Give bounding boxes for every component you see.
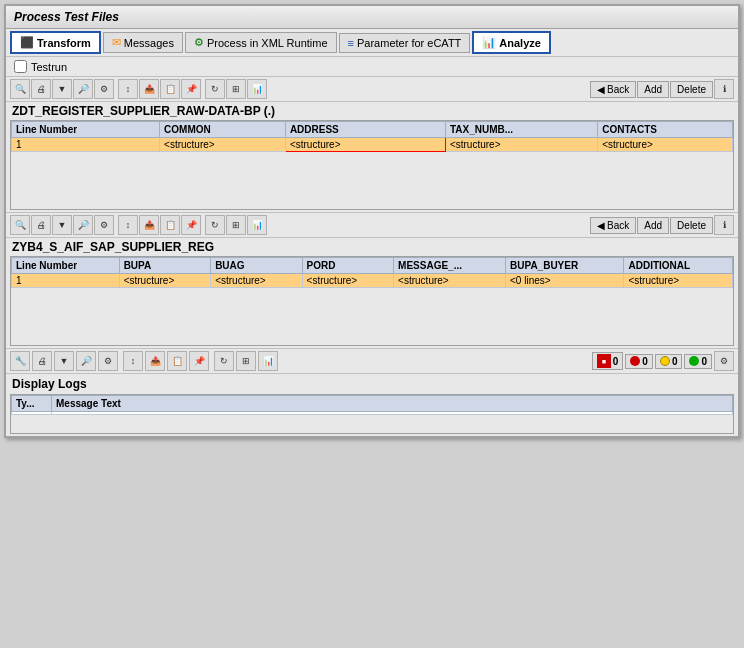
testrun-label: Testrun: [31, 61, 67, 73]
chart-icon-2[interactable]: 📊: [247, 215, 267, 235]
bottom-icon-9[interactable]: 📌: [189, 351, 209, 371]
red-badge: 0: [625, 354, 653, 369]
back-button-1[interactable]: ◀ Back: [590, 81, 636, 98]
search-icon[interactable]: 🔎: [73, 79, 93, 99]
log-table: Ty... Message Text: [11, 395, 733, 415]
bottom-toolbar: 🔧 🖨 ▼ 🔎 ⚙ ↕ 📤 📋 📌 ↻ ⊞ 📊 ■ 0 0 0 0 ⚙: [6, 348, 738, 374]
bottom-icon-6[interactable]: ↕: [123, 351, 143, 371]
cell-message: <structure>: [394, 274, 506, 288]
yellow-badge: 0: [655, 354, 683, 369]
info-icon-2[interactable]: ℹ: [714, 215, 734, 235]
yellow-count: 0: [672, 356, 678, 367]
paste-icon-2[interactable]: 📌: [181, 215, 201, 235]
col-contacts: CONTACTS: [598, 122, 733, 138]
testrun-checkbox[interactable]: [14, 60, 27, 73]
sort-icon[interactable]: ↕: [118, 79, 138, 99]
section2-toolbar: 🔍 🖨 ▼ 🔎 ⚙ ↕ 📤 📋 📌 ↻ ⊞ 📊 ◀ Back Add Delet…: [6, 212, 738, 238]
log-empty-row: [12, 412, 733, 415]
export-icon[interactable]: 📤: [139, 79, 159, 99]
filter-icon[interactable]: ▼: [52, 79, 72, 99]
col-buag: BUAG: [211, 258, 302, 274]
print-icon[interactable]: 🖨: [31, 79, 51, 99]
cell-address-1: <structure>: [285, 138, 445, 152]
parameter-icon: ≡: [348, 37, 354, 49]
zoom-icon[interactable]: 🔍: [10, 79, 30, 99]
section2-table-container: Line Number BUPA BUAG PORD MESSAGE_... B…: [10, 256, 734, 346]
log-message-cell: [52, 412, 733, 415]
tab-analyze-label: Analyze: [499, 37, 541, 49]
cell-bupa: <structure>: [119, 274, 210, 288]
col-pord: PORD: [302, 258, 393, 274]
section2-wrapper: Line Number BUPA BUAG PORD MESSAGE_... B…: [6, 256, 738, 348]
delete-button-2[interactable]: Delete: [670, 217, 713, 234]
sort-icon-2[interactable]: ↕: [118, 215, 138, 235]
tab-messages-label: Messages: [124, 37, 174, 49]
red-dot-icon: [630, 356, 640, 366]
delete-button-1[interactable]: Delete: [670, 81, 713, 98]
analyze-icon: 📊: [482, 36, 496, 49]
green-badge: 0: [684, 354, 712, 369]
window-title: Process Test Files: [6, 6, 738, 29]
paste-icon[interactable]: 📌: [181, 79, 201, 99]
bottom-icon-1[interactable]: 🔧: [10, 351, 30, 371]
copy-icon[interactable]: 📋: [160, 79, 180, 99]
tab-messages[interactable]: ✉ Messages: [103, 32, 183, 53]
gear-bottom-icon[interactable]: ⚙: [714, 351, 734, 371]
table-row[interactable]: 1 <structure> <structure> <structure> <s…: [12, 138, 733, 152]
col-common: COMMON: [160, 122, 286, 138]
bottom-icon-3[interactable]: ▼: [54, 351, 74, 371]
tab-analyze[interactable]: 📊 Analyze: [472, 31, 551, 54]
table-row[interactable]: 1 <structure> <structure> <structure> <s…: [12, 274, 733, 288]
refresh-icon[interactable]: ↻: [205, 79, 225, 99]
info-icon-1[interactable]: ℹ: [714, 79, 734, 99]
table-icon[interactable]: ⊞: [226, 79, 246, 99]
col-address: ADDRESS: [285, 122, 445, 138]
zoom-icon-2[interactable]: 🔍: [10, 215, 30, 235]
col-type: Ty...: [12, 396, 52, 412]
section1-table-container: Line Number COMMON ADDRESS TAX_NUMB... C…: [10, 120, 734, 210]
col-bupa: BUPA: [119, 258, 210, 274]
log-type-cell: [12, 412, 52, 415]
tab-process-xml[interactable]: ⚙ Process in XML Runtime: [185, 32, 337, 53]
add-button-1[interactable]: Add: [637, 81, 669, 98]
tab-toolbar: ⬛ Transform ✉ Messages ⚙ Process in XML …: [6, 29, 738, 57]
col-line-number-1: Line Number: [12, 122, 160, 138]
table-icon-2[interactable]: ⊞: [226, 215, 246, 235]
tab-parameter[interactable]: ≡ Parameter for eCATT: [339, 33, 471, 53]
back-button-2[interactable]: ◀ Back: [590, 217, 636, 234]
settings-icon[interactable]: ⚙: [94, 79, 114, 99]
bottom-icon-5[interactable]: ⚙: [98, 351, 118, 371]
bottom-icon-10[interactable]: ↻: [214, 351, 234, 371]
col-message-text: Message Text: [52, 396, 733, 412]
red-count: 0: [642, 356, 648, 367]
filter-icon-2[interactable]: ▼: [52, 215, 72, 235]
tab-transform-label: Transform: [37, 37, 91, 49]
tab-process-xml-label: Process in XML Runtime: [207, 37, 328, 49]
log-table-container: Ty... Message Text: [10, 394, 734, 434]
cell-tax-1: <structure>: [445, 138, 597, 152]
cell-additional: <structure>: [624, 274, 733, 288]
cell-common-1: <structure>: [160, 138, 286, 152]
tab-transform[interactable]: ⬛ Transform: [10, 31, 101, 54]
green-dot-icon: [689, 356, 699, 366]
bottom-icon-8[interactable]: 📋: [167, 351, 187, 371]
settings-icon-2[interactable]: ⚙: [94, 215, 114, 235]
section1-title: ZDT_REGISTER_SUPPLIER_RAW-DATA-BP (.): [6, 102, 738, 120]
bottom-icon-11[interactable]: ⊞: [236, 351, 256, 371]
bottom-icon-7[interactable]: 📤: [145, 351, 165, 371]
section2-table: Line Number BUPA BUAG PORD MESSAGE_... B…: [11, 257, 733, 288]
bottom-chart-icon[interactable]: 📊: [258, 351, 278, 371]
stop-icon: ■: [597, 354, 611, 368]
cell-pord: <structure>: [302, 274, 393, 288]
transform-icon: ⬛: [20, 36, 34, 49]
export-icon-2[interactable]: 📤: [139, 215, 159, 235]
print-icon-2[interactable]: 🖨: [31, 215, 51, 235]
bottom-icon-2[interactable]: 🖨: [32, 351, 52, 371]
tab-parameter-label: Parameter for eCATT: [357, 37, 461, 49]
add-button-2[interactable]: Add: [637, 217, 669, 234]
chart-icon[interactable]: 📊: [247, 79, 267, 99]
copy-icon-2[interactable]: 📋: [160, 215, 180, 235]
bottom-icon-4[interactable]: 🔎: [76, 351, 96, 371]
search-icon-2[interactable]: 🔎: [73, 215, 93, 235]
refresh-icon-2[interactable]: ↻: [205, 215, 225, 235]
